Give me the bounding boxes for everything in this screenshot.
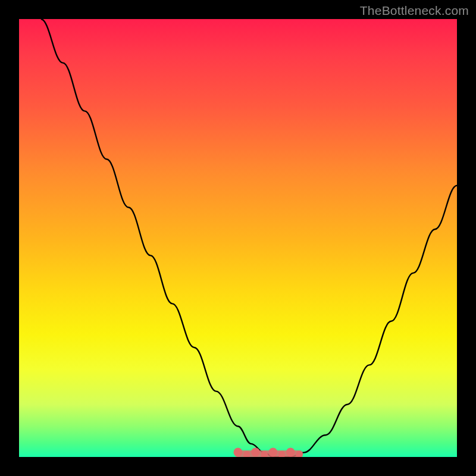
valley-dot [268,448,277,457]
valley-dot [234,448,243,457]
valley-highlight [19,19,457,457]
valley-dot [251,448,260,457]
plot-area [19,19,457,457]
watermark-text: TheBottleneck.com [360,4,469,18]
chart-frame: TheBottleneck.com [0,0,476,476]
valley-dots-group [234,448,303,458]
valley-dot [286,448,295,457]
